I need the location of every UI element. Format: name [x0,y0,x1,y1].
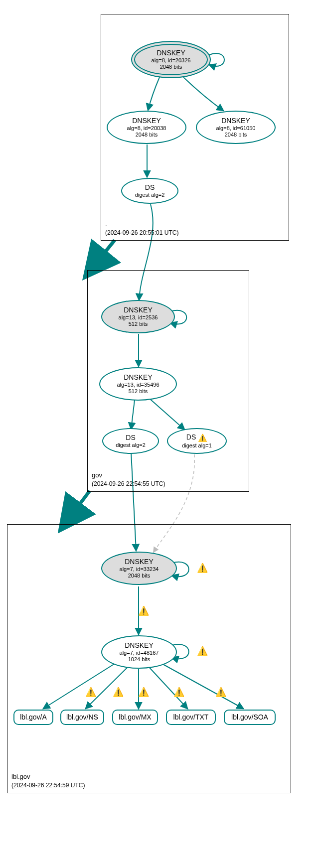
node-lbl-soa-l1: lbl.gov/SOA [231,713,268,722]
zone-root-ts: (2024-09-26 20:55:01 UTC) [105,229,178,236]
zone-lbl-name: lbl.gov [11,773,30,780]
zone-root-name: . [105,220,107,228]
node-lbl-zsk-l3: 1024 bits [128,656,151,663]
warning-icon: ⚠️ [198,434,207,442]
node-gov-zsk-l1: DNSKEY [124,373,153,382]
node-lbl-mx-l1: lbl.gov/MX [119,713,151,722]
node-root-ds-l1: DS [145,183,155,192]
node-gov-ds1: DS⚠️ digest alg=1 [167,428,227,454]
node-lbl-zsk-l2: alg=7, id=48167 [120,650,159,656]
node-gov-ds2: DS digest alg=2 [102,428,159,454]
node-lbl-ksk-l3: 2048 bits [128,573,151,579]
node-gov-zsk-l3: 512 bits [129,388,148,395]
zone-lbl-label: lbl.gov (2024-09-26 22:54:59 UTC) [11,773,85,790]
node-lbl-ksk: DNSKEY alg=7, id=33234 2048 bits [101,552,177,585]
edge-root-to-gov [92,240,115,268]
node-root-ksk-l3: 2048 bits [160,64,182,70]
node-gov-ds1-l2: digest alg=1 [182,442,212,449]
node-root-k3-l2: alg=8, id=61050 [216,125,256,132]
node-lbl-txt-l1: lbl.gov/TXT [173,713,209,722]
zone-lbl-ts: (2024-09-26 22:54:59 UTC) [11,782,85,789]
node-root-k3: DNSKEY alg=8, id=61050 2048 bits [196,111,276,144]
node-root-ksk-l2: alg=8, id=20326 [152,57,191,64]
node-gov-ksk-l3: 512 bits [129,321,148,327]
node-root-ds-l2: digest alg=2 [135,192,165,198]
node-lbl-ksk-l2: alg=7, id=33234 [120,566,159,573]
zone-root-label: . (2024-09-26 20:55:01 UTC) [105,220,178,237]
node-gov-ds2-l1: DS [126,434,135,442]
node-gov-ds2-l2: digest alg=2 [116,442,146,448]
node-root-ds: DS digest alg=2 [121,178,178,204]
node-lbl-ns-l1: lbl.gov/NS [66,713,98,722]
node-root-zsk-l1: DNSKEY [132,117,161,125]
edge-gov-to-lbl [67,491,90,521]
node-gov-zsk: DNSKEY alg=13, id=35496 512 bits [99,367,177,401]
node-lbl-zsk: DNSKEY alg=7, id=48167 1024 bits [101,635,177,669]
node-gov-ds1-l1: DS⚠️ [186,433,207,442]
node-lbl-zsk-l1: DNSKEY [125,641,154,650]
node-lbl-ksk-l1: DNSKEY [125,558,154,566]
zone-gov-name: gov [92,471,102,479]
node-lbl-mx: lbl.gov/MX [112,710,158,725]
node-lbl-txt: lbl.gov/TXT [166,710,216,725]
node-lbl-a-l1: lbl.gov/A [20,713,47,722]
node-lbl-soa: lbl.gov/SOA [224,710,276,725]
node-gov-zsk-l2: alg=13, id=35496 [117,382,159,388]
node-root-zsk-l2: alg=8, id=20038 [127,125,166,132]
zone-gov-label: gov (2024-09-26 22:54:55 UTC) [92,471,165,488]
node-lbl-ns: lbl.gov/NS [60,710,104,725]
node-root-k3-l3: 2048 bits [225,132,247,138]
node-lbl-a: lbl.gov/A [13,710,53,725]
node-root-ksk: DNSKEY alg=8, id=20326 2048 bits [131,41,211,78]
zone-gov-ts: (2024-09-26 22:54:55 UTC) [92,480,165,487]
node-gov-ksk-l1: DNSKEY [124,306,153,314]
node-root-zsk-l3: 2048 bits [136,132,158,138]
node-gov-ksk: DNSKEY alg=13, id=2536 512 bits [101,300,175,333]
node-root-ksk-l1: DNSKEY [157,49,185,57]
node-gov-ksk-l2: alg=13, id=2536 [119,314,158,321]
node-root-k3-l1: DNSKEY [221,117,250,125]
node-root-zsk: DNSKEY alg=8, id=20038 2048 bits [107,111,186,144]
